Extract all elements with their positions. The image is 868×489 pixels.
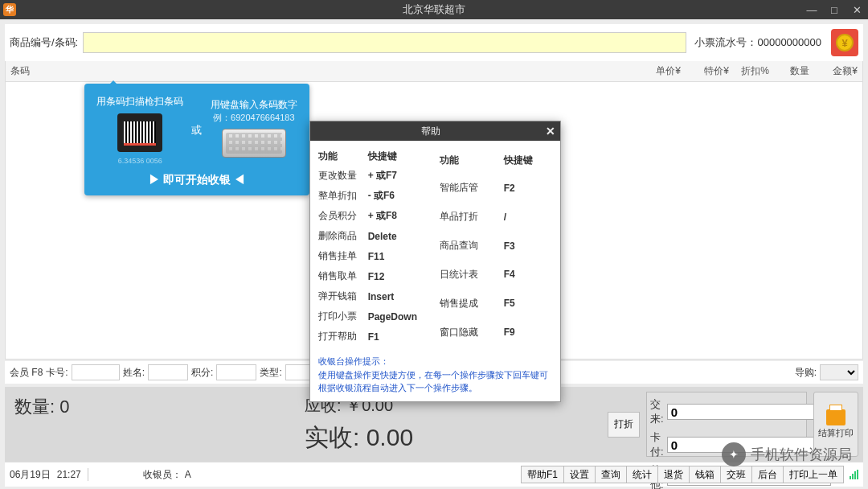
start-hint: ▶ 即可开始收银 ◀ <box>92 173 301 187</box>
app-icon: 华 <box>3 3 16 16</box>
coin-icon: ¥ <box>836 34 854 51</box>
scan-hint: 用条码扫描枪扫条码 <box>96 95 183 109</box>
type-label: 类型: <box>260 366 281 380</box>
example-code: 例：6920476664183 <box>211 112 297 124</box>
help-key: / <box>504 203 552 232</box>
onboarding-balloon: 用条码扫描枪扫条码 6.34536 0056 或 用键盘输入条码数字 例：692… <box>84 84 309 195</box>
window-titlebar: 华 北京华联超市 — □ ✕ <box>0 0 868 19</box>
action-button-帮助F1[interactable]: 帮助F1 <box>521 466 564 483</box>
help-func: 商品查询 <box>440 232 504 261</box>
type-hint: 用键盘输入条码数字 <box>211 98 297 112</box>
status-date: 06月19日 <box>10 468 51 482</box>
help-func: 更改数量 <box>318 166 368 186</box>
col-special-price: 特价¥ <box>686 61 734 81</box>
help-close-button[interactable]: ✕ <box>546 125 555 138</box>
help-func: 弹开钱箱 <box>318 286 368 306</box>
cashier-value: A <box>185 469 191 480</box>
pay-cash-label: 交来: <box>650 397 664 426</box>
help-key: F2 <box>504 174 552 203</box>
help-key: PageDown <box>368 306 432 327</box>
col-amount: 金额¥ <box>814 61 862 81</box>
points-label: 积分: <box>191 366 213 380</box>
help-func: 打印小票 <box>318 306 368 327</box>
help-func: 删除商品 <box>318 226 368 246</box>
help-tip: 收银台操作提示： 使用键盘操作更快捷方便，在每一个操作步骤按下回车键可根据收银流… <box>318 355 552 395</box>
help-right-table: 功能快捷键 智能店管F2单品打折/商品查询F3日统计表F4销售提成F5窗口隐藏F… <box>440 147 553 347</box>
help-dialog: 帮助 ✕ 功能快捷键 更改数量+ 或F7整单折扣- 或F6会员积分+ 或F8删除… <box>309 121 561 402</box>
help-func: 窗口隐藏 <box>440 318 504 347</box>
help-left-table: 功能快捷键 更改数量+ 或F7整单折扣- 或F6会员积分+ 或F8删除商品Del… <box>318 147 432 347</box>
help-func: 销售挂单 <box>318 246 368 266</box>
col-unit-price: 单价¥ <box>629 61 686 81</box>
help-key: Insert <box>368 286 432 306</box>
col-barcode: 条码 <box>6 61 629 81</box>
barcode-label: 商品编号/条码: <box>10 35 78 50</box>
action-button-打印上一单[interactable]: 打印上一单 <box>784 466 844 483</box>
card-input[interactable] <box>72 364 120 380</box>
action-button-查询[interactable]: 查询 <box>596 466 627 483</box>
barcode-row: 商品编号/条码: 小票流水号：00000000000 ¥ <box>5 24 863 61</box>
action-button-设置[interactable]: 设置 <box>564 466 596 483</box>
points-input[interactable] <box>216 364 256 380</box>
help-key: - 或F6 <box>368 186 432 206</box>
help-key: F9 <box>504 318 552 347</box>
help-key: F4 <box>504 260 552 289</box>
help-func: 单品打折 <box>440 203 504 232</box>
actual-display: 实收: 0.00 <box>305 421 593 454</box>
help-key: + 或F8 <box>368 206 432 226</box>
help-func: 会员积分 <box>318 206 368 226</box>
pay-cash-input[interactable] <box>667 404 831 420</box>
close-button[interactable]: ✕ <box>845 0 868 19</box>
member-label: 会员 F8 <box>10 366 43 380</box>
minimize-button[interactable]: — <box>800 0 823 19</box>
keyboard-icon <box>222 129 286 158</box>
col-discount: 折扣% <box>734 61 774 81</box>
help-func: 智能店管 <box>440 174 504 203</box>
help-func: 打开帮助 <box>318 327 368 347</box>
cashier-label: 收银员： <box>143 468 182 482</box>
checkout-print-button[interactable]: 结算打印 <box>813 392 858 457</box>
help-key: F12 <box>368 266 432 286</box>
maximize-button[interactable]: □ <box>823 0 845 19</box>
help-func: 销售取单 <box>318 266 368 286</box>
help-func: 日统计表 <box>440 260 504 289</box>
help-func: 整单折扣 <box>318 186 368 206</box>
name-input[interactable] <box>148 364 188 380</box>
guide-label: 导购: <box>795 366 817 380</box>
action-button-退货[interactable]: 退货 <box>658 466 690 483</box>
printer-icon <box>826 409 845 425</box>
help-key: F1 <box>368 327 432 347</box>
action-button-后台[interactable]: 后台 <box>752 466 784 483</box>
action-buttons: 帮助F1设置查询统计退货钱箱交班后台打印上一单 <box>521 466 844 483</box>
qty-display: 数量: 0 <box>14 395 298 419</box>
status-bar: 06月19日 21:27 收银员： A 帮助F1设置查询统计退货钱箱交班后台打印… <box>5 462 863 487</box>
action-button-钱箱[interactable]: 钱箱 <box>690 466 721 483</box>
serial-label: 小票流水号：00000000000 <box>694 35 821 50</box>
action-button-统计[interactable]: 统计 <box>627 466 658 483</box>
guide-select[interactable] <box>820 364 858 380</box>
help-key: + 或F7 <box>368 166 432 186</box>
pay-card-input[interactable] <box>667 437 831 453</box>
barcode-scanner-icon <box>117 113 162 152</box>
signal-icon <box>850 470 858 479</box>
or-label: 或 <box>191 123 202 138</box>
cash-button[interactable]: ¥ <box>831 29 858 56</box>
help-title: 帮助 <box>315 125 546 138</box>
help-func: 销售提成 <box>440 289 504 318</box>
pay-card-label: 卡付: <box>650 430 664 459</box>
discount-button[interactable]: 打折 <box>608 412 640 438</box>
status-time: 21:27 <box>57 469 81 480</box>
grid-header: 条码 单价¥ 特价¥ 折扣% 数量 金额¥ <box>5 61 863 82</box>
card-label: 卡号: <box>46 366 68 380</box>
help-key: F11 <box>368 246 432 266</box>
col-qty: 数量 <box>774 61 814 81</box>
name-label: 姓名: <box>123 366 145 380</box>
payment-box: 交来: 卡付: 其他: 找零: <box>646 392 807 457</box>
barcode-input[interactable] <box>83 32 686 53</box>
help-key: F3 <box>504 232 552 261</box>
help-key: F5 <box>504 289 552 318</box>
help-key: Delete <box>368 226 432 246</box>
action-button-交班[interactable]: 交班 <box>721 466 752 483</box>
window-title: 北京华联超市 <box>403 2 465 17</box>
